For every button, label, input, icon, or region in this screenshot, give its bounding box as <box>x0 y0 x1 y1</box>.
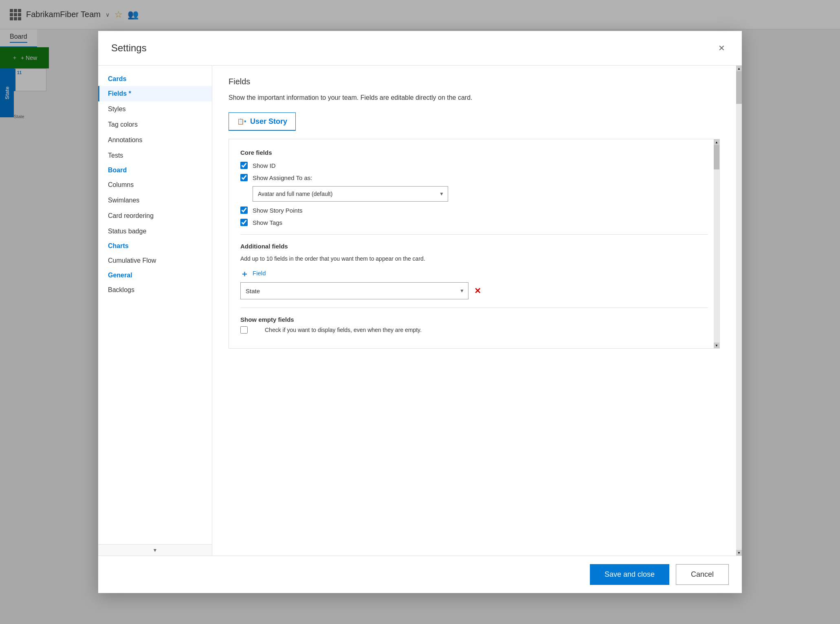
show-empty-checkbox[interactable] <box>240 326 248 334</box>
close-icon: ✕ <box>718 43 725 53</box>
additional-fields-desc: Add up to 10 fields in the order that yo… <box>240 255 708 262</box>
cancel-button[interactable]: Cancel <box>676 564 729 585</box>
nav-item-swimlanes-label: Swimlanes <box>108 197 139 204</box>
modal-close-button[interactable]: ✕ <box>714 41 729 55</box>
scroll-thumb <box>714 145 719 169</box>
show-tags-checkbox[interactable] <box>240 219 248 226</box>
show-assigned-label: Show Assigned To as: <box>253 174 312 181</box>
nav-item-backlogs[interactable]: Backlogs <box>98 282 212 298</box>
state-dropdown[interactable]: State Priority Area Path Iteration Path <box>240 282 468 299</box>
scroll-up-arrow[interactable]: ▲ <box>714 139 719 145</box>
nav-section-cards[interactable]: Cards <box>98 72 212 86</box>
fields-panel: Core fields Show ID Show Assigned To as: <box>229 139 720 349</box>
modal-scroll-thumb <box>736 71 742 104</box>
nav-item-annotations-label: Annotations <box>108 136 143 144</box>
settings-nav: Cards Fields * Styles Tag colors Annotat… <box>98 66 212 556</box>
svg-rect-1 <box>244 121 245 122</box>
modal-overlay: Settings ✕ Cards Fields * Styles Tag col… <box>0 0 840 624</box>
nav-item-status-badge-label: Status badge <box>108 228 146 235</box>
nav-item-styles[interactable]: Styles <box>98 101 212 117</box>
nav-item-card-reordering[interactable]: Card reordering <box>98 208 212 224</box>
nav-item-cumulative-flow-label: Cumulative Flow <box>108 257 156 264</box>
delete-state-field-button[interactable]: ✕ <box>473 284 483 297</box>
user-story-tab-label: User Story <box>250 117 287 126</box>
show-empty-row: Check if you want to display fields, eve… <box>240 326 708 334</box>
scroll-track <box>714 145 719 343</box>
nav-scroll-indicator: ▼ <box>98 544 212 556</box>
modal-scroll-up-arrow[interactable]: ▲ <box>736 66 742 71</box>
show-empty-heading: Show empty fields <box>240 316 708 323</box>
show-assigned-row: Show Assigned To as: <box>240 174 708 181</box>
show-story-points-label: Show Story Points <box>253 207 303 214</box>
nav-item-columns[interactable]: Columns <box>98 177 212 193</box>
show-story-points-row: Show Story Points <box>240 207 708 214</box>
show-story-points-checkbox[interactable] <box>240 207 248 214</box>
user-story-tab-icon <box>237 117 246 126</box>
nav-section-board[interactable]: Board <box>98 163 212 177</box>
modal-title: Settings <box>111 42 147 54</box>
show-empty-desc: Check if you want to display fields, eve… <box>265 327 422 333</box>
nav-section-general[interactable]: General <box>98 268 212 282</box>
section-divider <box>240 234 708 235</box>
assigned-dropdown[interactable]: Avatar and full name (default) Avatar on… <box>253 186 448 202</box>
nav-item-tag-colors-label: Tag colors <box>108 121 138 128</box>
modal-body: Cards Fields * Styles Tag colors Annotat… <box>98 66 742 556</box>
additional-fields-heading: Additional fields <box>240 243 708 250</box>
scroll-down-arrow[interactable]: ▼ <box>714 343 719 348</box>
nav-item-columns-label: Columns <box>108 181 134 189</box>
nav-item-card-reordering-label: Card reordering <box>108 212 154 220</box>
modal-scrollbar: ▲ ▼ <box>736 66 742 556</box>
nav-item-backlogs-label: Backlogs <box>108 286 134 294</box>
core-fields-heading: Core fields <box>240 149 708 156</box>
nav-item-fields-label: Fields * <box>108 90 131 97</box>
show-assigned-checkbox[interactable] <box>240 174 248 181</box>
modal-footer: Save and close Cancel <box>98 556 742 593</box>
save-and-close-button[interactable]: Save and close <box>590 564 669 585</box>
add-field-icon: ＋ <box>240 268 249 277</box>
show-empty-fields-section: Show empty fields Check if you want to d… <box>240 316 708 334</box>
add-field-row[interactable]: ＋ Field <box>240 268 708 277</box>
nav-item-annotations[interactable]: Annotations <box>98 132 212 148</box>
state-dropdown-wrapper: State Priority Area Path Iteration Path … <box>240 282 468 299</box>
modal-header: Settings ✕ <box>98 31 742 66</box>
nav-item-fields[interactable]: Fields * <box>98 86 212 101</box>
modal-scroll-down-arrow[interactable]: ▼ <box>736 550 742 556</box>
nav-item-styles-label: Styles <box>108 105 126 113</box>
user-story-tab[interactable]: User Story <box>229 112 296 131</box>
content-description: Show the important information to your t… <box>229 93 720 103</box>
nav-item-tests[interactable]: Tests <box>98 148 212 163</box>
settings-modal: Settings ✕ Cards Fields * Styles Tag col… <box>98 31 742 593</box>
modal-scroll-track <box>736 71 742 550</box>
modal-content-area: Fields Show the important information to… <box>212 66 736 556</box>
assigned-dropdown-wrapper: Avatar and full name (default) Avatar on… <box>253 186 448 202</box>
show-tags-row: Show Tags <box>240 219 708 226</box>
add-field-label: Field <box>253 270 266 277</box>
nav-item-status-badge[interactable]: Status badge <box>98 224 212 239</box>
svg-rect-0 <box>244 121 246 122</box>
show-id-checkbox[interactable] <box>240 162 248 169</box>
content-title: Fields <box>229 77 720 86</box>
section-divider-2 <box>240 308 708 308</box>
nav-item-cumulative-flow[interactable]: Cumulative Flow <box>98 253 212 268</box>
nav-item-tag-colors[interactable]: Tag colors <box>98 117 212 132</box>
nav-section-charts[interactable]: Charts <box>98 239 212 253</box>
show-id-row: Show ID <box>240 162 708 169</box>
nav-scroll-down-icon: ▼ <box>153 547 158 553</box>
book-icon <box>244 117 246 126</box>
inner-panel-scrollbar: ▲ ▼ <box>714 139 719 348</box>
show-tags-label: Show Tags <box>253 219 282 226</box>
nav-item-tests-label: Tests <box>108 152 123 159</box>
show-id-label: Show ID <box>253 162 276 169</box>
nav-item-swimlanes[interactable]: Swimlanes <box>98 193 212 208</box>
state-field-row: State Priority Area Path Iteration Path … <box>240 282 708 299</box>
